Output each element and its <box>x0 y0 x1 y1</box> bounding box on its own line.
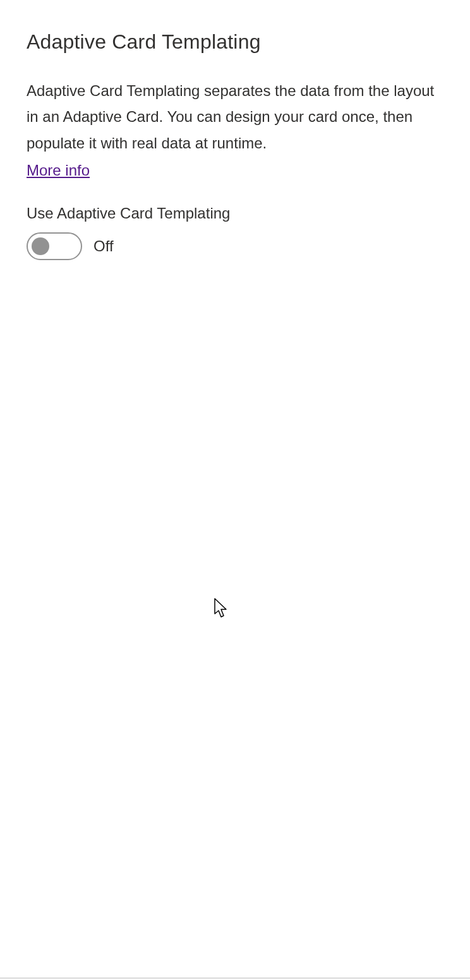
templating-toggle[interactable] <box>27 232 82 260</box>
toggle-state-label: Off <box>93 237 114 255</box>
settings-panel: Adaptive Card Templating Adaptive Card T… <box>0 0 470 285</box>
more-info-link[interactable]: More info <box>27 157 90 183</box>
toggle-label: Use Adaptive Card Templating <box>27 205 445 222</box>
toggle-row: Off <box>27 232 445 260</box>
cursor-icon <box>214 597 229 620</box>
footer-divider <box>0 977 470 979</box>
description-text: Adaptive Card Templating separates the d… <box>27 78 445 156</box>
page-title: Adaptive Card Templating <box>27 30 445 54</box>
